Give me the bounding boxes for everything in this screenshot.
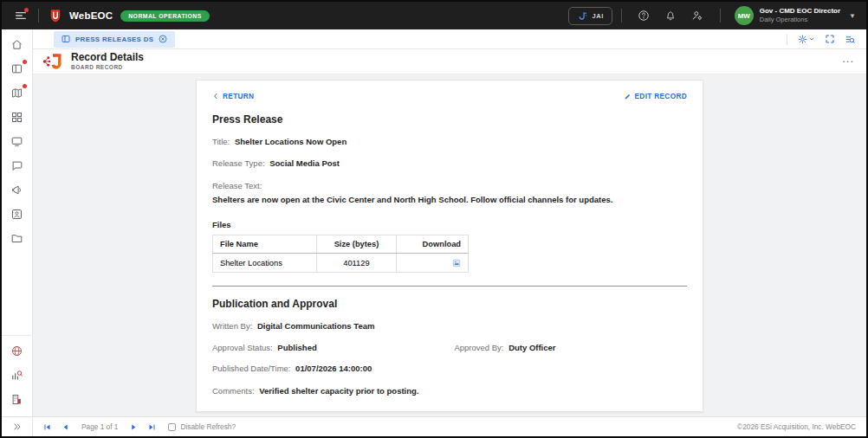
webeoc-app-window: WebEOC NORMAL OPERATIONS JAI MW [0,0,868,438]
disable-refresh-checkbox[interactable] [168,423,176,431]
jai-icon [577,10,588,22]
return-button[interactable]: RETURN [212,92,254,100]
field-approval-status: Approval Status: Published [212,343,454,352]
comments-label: Comments: [212,386,255,396]
sidebar-item-notifications[interactable] [10,183,24,196]
jai-button[interactable]: JAI [568,7,612,25]
tab-tools-divider [787,34,787,45]
user-role: Daily Operations [760,16,840,23]
user-info[interactable]: Gov - CMD EOC Director Daily Operations [760,7,840,23]
sidebar-item-boards[interactable] [10,61,24,75]
section-divider [212,286,687,287]
sidebar [2,29,33,436]
field-title: Title: Shelter Locations Now Open [212,137,687,147]
approval-status-value: Published [277,343,316,352]
written-by-label: Written By: [212,321,252,331]
boards-notification-dot [23,60,27,64]
topbar-divider [621,9,622,23]
field-title-label: Title: [212,137,230,146]
field-published-datetime: Published Date/Time: 01/07/2026 14:00:00 [212,364,687,374]
chevron-left-icon [212,93,219,100]
sidebar-item-apps[interactable] [10,110,24,124]
tab-press-releases-ds[interactable]: PRESS RELEASES DS [54,31,175,48]
sidebar-collapse-button[interactable] [2,416,33,436]
pager-last-icon [148,423,156,431]
return-label: RETURN [223,92,254,100]
edit-record-label: EDIT RECORD [635,92,687,100]
published-label: Published Date/Time: [212,364,290,373]
fullscreen-button[interactable] [825,34,835,44]
published-value: 01/07/2026 14:00:00 [295,364,372,373]
user-avatar[interactable]: MW [735,6,754,25]
folder-icon [10,232,23,245]
sidebar-item-maps[interactable] [10,86,24,100]
file-download-cell [397,254,469,273]
pager-first-button[interactable] [43,423,51,431]
bell-icon [664,10,677,22]
globe-icon [10,345,23,357]
files-table-header-row: File Name Size (bytes) Download [213,235,469,254]
megaphone-icon [10,184,23,196]
sidebar-item-analytics-app[interactable] [10,368,24,382]
pagination: Page 1 of 1 [43,422,156,431]
pager-prev-icon [62,423,69,431]
file-row: Shelter Locations 401129 [213,254,469,273]
chevron-down-icon [808,35,815,42]
pager-last-button[interactable] [148,423,156,431]
approved-by-label: Approved By: [454,343,503,352]
sidebar-item-chat[interactable] [10,158,24,172]
notifications-button[interactable] [664,10,677,23]
help-button[interactable] [638,10,651,23]
comments-value: Verified shelter capacity prior to posti… [259,386,418,396]
sidebar-item-organization-app[interactable] [10,392,24,406]
page-title: Record Details [71,52,144,64]
page-indicator: Page 1 of 1 [81,422,118,431]
sidebar-item-contacts[interactable] [10,207,24,221]
column-file-name: File Name [213,235,317,254]
file-name-cell: Shelter Locations [213,254,317,273]
written-by-value: Digital Communications Team [257,321,374,331]
copyright-text: ©2026 ESi Acquisition, Inc. WebEOC [737,422,856,431]
main-menu-button[interactable] [12,7,29,24]
field-release-text: Release Text: Shelters are now open at t… [212,181,687,206]
download-file-icon[interactable] [452,259,461,267]
sidebar-item-home[interactable] [10,37,24,51]
webeoc-shield-icon [48,8,63,23]
apps-grid-icon [10,111,23,124]
home-icon [10,38,23,51]
contacts-icon [10,208,23,221]
field-release-type: Release Type: Social Media Post [212,158,687,169]
user-admin-button[interactable] [691,10,704,23]
maps-icon [10,87,23,100]
list-search-button[interactable] [845,34,856,45]
files-heading: Files [212,220,687,229]
disable-refresh-control: Disable Refresh? [168,422,236,431]
help-icon [638,10,650,22]
pager-prev-button[interactable] [62,423,69,431]
board-settings-button[interactable] [797,34,815,45]
content-area: RETURN EDIT RECORD Press Release Title: … [33,74,866,416]
user-menu-caret[interactable]: ▼ [849,12,856,20]
app-name: WebEOC [69,10,113,21]
field-release-type-label: Release Type: [212,158,265,168]
organization-icon [10,393,23,406]
sidebar-item-globe-app[interactable] [10,344,24,357]
field-comments: Comments: Verified shelter capacity prio… [212,386,687,396]
sidebar-item-files[interactable] [10,231,24,245]
record-heading: Press Release [212,113,687,126]
sidebar-item-displays[interactable] [10,134,24,148]
fullscreen-icon [825,34,835,44]
footer-bar: Page 1 of 1 Disable Refresh? ©2026 ESi A… [33,416,866,436]
pager-next-button[interactable] [130,423,138,431]
user-name: Gov - CMD EOC Director [760,7,840,16]
disable-refresh-label: Disable Refresh? [180,422,236,431]
edit-record-button[interactable]: EDIT RECORD [624,92,687,100]
boards-icon [10,62,23,75]
chat-icon [10,159,23,172]
field-release-type-value: Social Media Post [269,158,340,168]
file-size-cell: 401129 [316,254,397,273]
board-overflow-menu[interactable]: ... [842,56,854,66]
double-chevron-icon [12,422,23,432]
close-tab-icon[interactable] [158,34,168,44]
field-title-value: Shelter Locations Now Open [235,137,347,146]
